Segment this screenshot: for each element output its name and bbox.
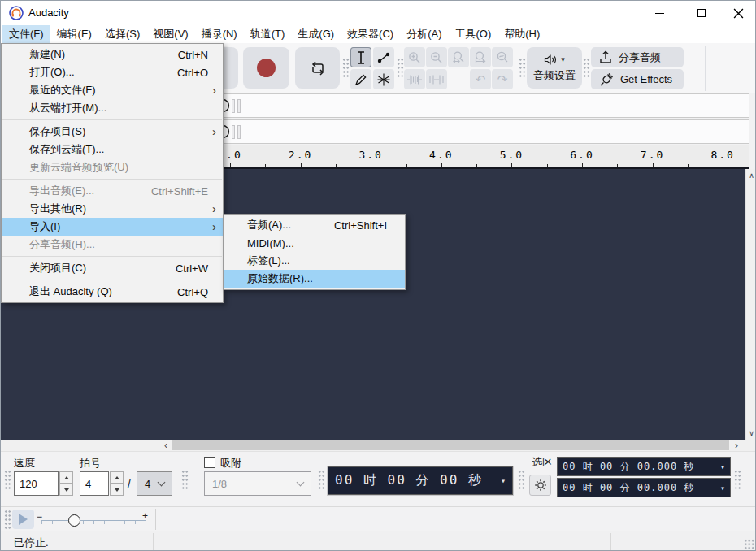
- menubar-item-tracks[interactable]: 轨道(T): [244, 25, 292, 43]
- multi-tool-button[interactable]: [373, 69, 394, 89]
- horizontal-scrollbar[interactable]: ‹ ›: [1, 440, 756, 451]
- zoom-fit-project-button[interactable]: [492, 47, 513, 67]
- menubar-item-transport[interactable]: 播录(N): [195, 25, 244, 43]
- redo-button[interactable]: ↷: [492, 69, 513, 89]
- toolbar-grip[interactable]: [342, 58, 350, 79]
- toolbar-grip[interactable]: [181, 470, 189, 491]
- file-menu-item-open[interactable]: 打开(O)...Ctrl+O: [2, 63, 223, 81]
- time-signature-stepper[interactable]: [110, 471, 124, 496]
- trim-outside-selection-button[interactable]: [404, 69, 425, 89]
- fit-selection-icon: [473, 50, 488, 65]
- file-menu-item-exit[interactable]: 退出 Audacity (Q)Ctrl+Q: [2, 283, 223, 301]
- envelope-tool-button[interactable]: [373, 47, 394, 67]
- file-menu-item-new[interactable]: 新建(N)Ctrl+N: [2, 46, 223, 63]
- menubar-item-file[interactable]: 文件(F): [2, 25, 50, 43]
- get-effects-button[interactable]: Get Effects: [591, 69, 684, 89]
- menubar-item-edit[interactable]: 编辑(E): [50, 25, 98, 43]
- vertical-scrollbar[interactable]: ∧ ∨: [745, 169, 756, 440]
- close-button[interactable]: [719, 1, 756, 25]
- scroll-down-button[interactable]: ∨: [746, 427, 756, 439]
- toolbar-grip[interactable]: [583, 58, 590, 79]
- draw-tool-button[interactable]: [350, 69, 371, 89]
- redo-icon: ↷: [497, 72, 508, 87]
- menubar-item-generate[interactable]: 生成(G): [291, 25, 341, 43]
- file-menu-item-update-cloud-preview[interactable]: 更新云端音频预览(U): [2, 158, 223, 176]
- tempo-input[interactable]: [14, 471, 59, 496]
- selection-end-display[interactable]: 00 时 00 分 00.000 秒 ▾: [557, 478, 731, 497]
- record-button[interactable]: [243, 47, 289, 89]
- tempo-step-down[interactable]: [59, 484, 73, 496]
- scroll-left-button[interactable]: ‹: [160, 440, 172, 451]
- ruler-tick: [547, 164, 548, 167]
- play-at-speed-button[interactable]: [12, 510, 34, 529]
- audio-position-display[interactable]: 00 时 00 分 00 秒 ▾: [328, 466, 513, 495]
- import-submenu-item-raw-data[interactable]: 原始数据(R)...: [224, 270, 405, 288]
- tempo-stepper[interactable]: [59, 471, 73, 496]
- file-menu-label-export-audio: 导出音频(E)...: [29, 184, 94, 198]
- menubar-item-view[interactable]: 视图(V): [146, 25, 194, 43]
- selection-start-display[interactable]: 00 时 00 分 00.000 秒 ▾: [557, 457, 731, 476]
- menubar-item-analyze[interactable]: 分析(A): [400, 25, 448, 43]
- audio-setup-button[interactable]: ▾ 音频设置: [527, 47, 582, 89]
- file-menu-item-close-project[interactable]: 关闭项目(C)Ctrl+W: [2, 259, 223, 277]
- minimize-button[interactable]: [641, 1, 678, 25]
- toolbar-grip[interactable]: [397, 58, 404, 79]
- snap-interval-select[interactable]: 1/8: [204, 471, 311, 496]
- zoom-out-button[interactable]: [426, 47, 447, 67]
- zoom-in-button[interactable]: [404, 47, 425, 67]
- down-arrow-icon: [64, 488, 69, 492]
- horizontal-scrollbar-thumb[interactable]: [172, 440, 729, 450]
- window-resize-grip[interactable]: [744, 539, 754, 549]
- scroll-up-button[interactable]: ∧: [746, 170, 756, 181]
- ruler-tick: [406, 164, 407, 167]
- file-menu-item-export-audio[interactable]: 导出音频(E)...Ctrl+Shift+E: [2, 182, 223, 200]
- file-menu-label-exit: 退出 Audacity (Q): [29, 284, 112, 299]
- selection-tool-button[interactable]: [350, 47, 371, 67]
- speed-slider-thumb[interactable]: [68, 514, 80, 527]
- file-menu-item-share-audio[interactable]: 分享音频(H)...: [2, 236, 223, 254]
- share-audio-button[interactable]: 分享音频: [591, 47, 684, 67]
- file-menu-label-new: 新建(N): [29, 47, 65, 62]
- tempo-step-up[interactable]: [59, 471, 73, 484]
- toolbar-grip[interactable]: [519, 58, 526, 79]
- file-menu-item-recent-files[interactable]: 最近的文件(F)›: [2, 81, 223, 99]
- loop-button[interactable]: [295, 47, 340, 89]
- file-menu-label-import: 导入(I): [29, 219, 60, 234]
- file-menu-item-save-project[interactable]: 保存项目(S)›: [2, 123, 223, 141]
- menubar-item-effect[interactable]: 效果器(C): [341, 25, 400, 43]
- toolbar-grip[interactable]: [318, 470, 325, 491]
- file-menu-item-export-other[interactable]: 导出其他(R)›: [2, 200, 223, 218]
- scroll-right-button[interactable]: ›: [731, 440, 742, 451]
- file-menu: 新建(N)Ctrl+N打开(O)...Ctrl+O最近的文件(F)›从云端打开(…: [1, 43, 224, 303]
- submenu-arrow-icon: ›: [212, 83, 216, 97]
- menubar-item-select[interactable]: 选择(S): [98, 25, 146, 43]
- file-menu-item-import[interactable]: 导入(I)›: [2, 218, 223, 236]
- import-submenu-item-audio[interactable]: 音频(A)...Ctrl+Shift+I: [224, 216, 405, 234]
- undo-button[interactable]: ↶: [470, 69, 491, 89]
- toolbar-grip[interactable]: [4, 510, 11, 529]
- import-submenu-item-midi[interactable]: MIDI(M)...: [224, 234, 405, 252]
- plug-icon: [599, 72, 614, 87]
- toolbar-grip[interactable]: [518, 470, 525, 491]
- import-submenu-item-labels[interactable]: 标签(L)...: [224, 252, 405, 270]
- zoom-out-icon: [429, 50, 444, 65]
- time-signature-step-down[interactable]: [110, 484, 124, 496]
- silence-selection-button[interactable]: [426, 69, 447, 89]
- time-signature-step-up[interactable]: [110, 471, 124, 484]
- toolbar-grip[interactable]: [4, 470, 11, 491]
- snap-checkbox[interactable]: [204, 457, 215, 468]
- file-menu-item-open-from-cloud[interactable]: 从云端打开(M)...: [2, 99, 223, 117]
- zoom-fit-selection-button[interactable]: [470, 47, 491, 67]
- maximize-button[interactable]: [683, 1, 720, 25]
- file-menu-item-save-to-cloud[interactable]: 保存到云端(T)...: [2, 141, 223, 158]
- menubar-item-tools[interactable]: 工具(O): [448, 25, 497, 43]
- time-signature-label: 拍号: [80, 456, 101, 471]
- time-signature-lower-select[interactable]: 4: [137, 471, 172, 496]
- selection-settings-button[interactable]: [529, 475, 551, 496]
- zoom-toggle-button[interactable]: [448, 47, 469, 67]
- record-icon: [257, 59, 276, 77]
- toolbar-grip[interactable]: [734, 470, 741, 491]
- time-signature-upper-input[interactable]: [80, 471, 109, 496]
- minimize-icon: [655, 13, 664, 14]
- menubar-item-help[interactable]: 帮助(H): [497, 25, 546, 43]
